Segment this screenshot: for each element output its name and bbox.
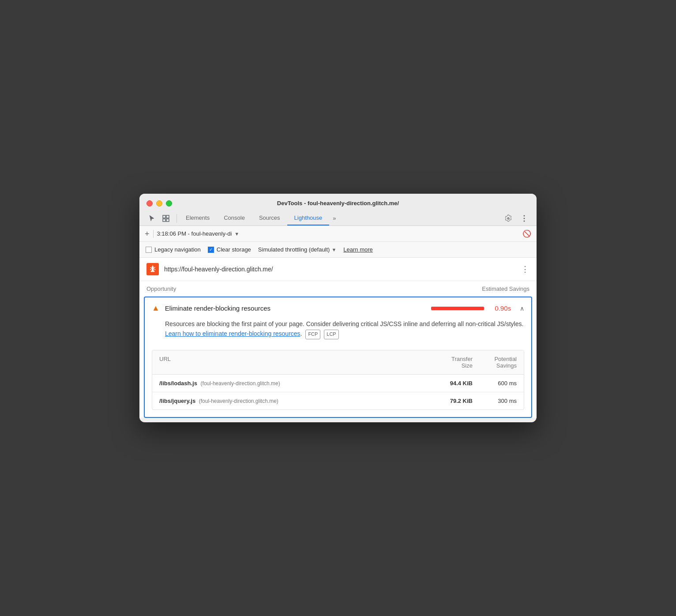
traffic-lights	[146, 200, 172, 207]
legacy-navigation-label: Legacy navigation	[154, 246, 201, 253]
learn-more-link[interactable]: Learn more	[343, 246, 372, 253]
collapse-button[interactable]: ∧	[520, 305, 524, 312]
fcp-tag: FCP	[305, 330, 320, 339]
lighthouse-icon	[146, 263, 159, 275]
url-bar: 3:18:06 PM - foul-heavenly-di ▼	[157, 230, 519, 237]
minimize-button[interactable]	[156, 200, 162, 207]
col-url-header: URL	[159, 356, 428, 369]
audit-description: Resources are blocking the first paint o…	[145, 319, 531, 346]
audit-item: ▲ Eliminate render-blocking resources 0.…	[144, 297, 532, 418]
estimated-savings-label: Estimated Savings	[482, 285, 530, 292]
row1-url-domain: (foul-heavenly-direction.glitch.me)	[201, 380, 280, 387]
maximize-button[interactable]	[166, 200, 172, 207]
table-row: /libs/lodash.js (foul-heavenly-direction…	[152, 375, 524, 392]
row2-url: /libs/jquery.js (foul-heavenly-direction…	[159, 398, 428, 404]
lcp-tag: LCP	[324, 330, 338, 339]
row1-savings: 600 ms	[473, 380, 517, 387]
tab-more-button[interactable]: »	[329, 211, 339, 225]
description-text-1: Resources are blocking the first paint o…	[165, 320, 523, 327]
tab-separator	[177, 214, 177, 223]
savings-value: 0.90s	[495, 304, 511, 312]
audit-learn-more-link[interactable]: Learn how to eliminate render-blocking r…	[165, 330, 300, 337]
lh-more-button[interactable]: ⋮	[521, 264, 530, 274]
tab-bar: Elements Console Sources Lighthouse »	[146, 211, 530, 225]
row2-transfer: 79.2 KiB	[428, 398, 473, 404]
svg-point-6	[524, 220, 525, 222]
tab-console[interactable]: Console	[217, 211, 252, 225]
window-title: DevTools - foul-heavenly-direction.glitc…	[277, 200, 399, 207]
tab-elements[interactable]: Elements	[179, 211, 217, 225]
options-row: Legacy navigation ✓ Clear storage Simula…	[139, 242, 537, 258]
svg-point-5	[524, 218, 525, 219]
col-transfer-header: Transfer Size	[428, 356, 473, 369]
row1-transfer: 94.4 KiB	[428, 380, 473, 387]
table-header: URL Transfer Size Potential Savings	[152, 350, 524, 375]
throttling-label: Simulated throttling (default)	[258, 246, 330, 253]
devtools-icons	[146, 213, 171, 224]
row2-savings: 300 ms	[473, 398, 517, 404]
row1-url-main: /libs/lodash.js	[159, 380, 197, 387]
add-session-button[interactable]: +	[145, 230, 150, 238]
row2-url-main: /libs/jquery.js	[159, 398, 195, 404]
description-period: .	[300, 330, 302, 337]
session-dropdown[interactable]: ▼	[234, 231, 239, 237]
svg-rect-3	[166, 219, 169, 222]
table-row: /libs/jquery.js (foul-heavenly-direction…	[152, 392, 524, 409]
opportunity-label: Opportunity	[146, 285, 176, 292]
clear-storage-checkbox[interactable]: ✓	[208, 247, 214, 253]
legacy-navigation-checkbox[interactable]	[146, 247, 152, 253]
legacy-navigation-option[interactable]: Legacy navigation	[146, 246, 201, 253]
toolbar-row: + 3:18:06 PM - foul-heavenly-di ▼ 🚫	[139, 226, 537, 242]
svg-point-4	[524, 215, 525, 216]
devtools-window: DevTools - foul-heavenly-direction.glitc…	[139, 194, 537, 422]
toolbar-separator	[153, 230, 154, 238]
row2-url-domain: (foul-heavenly-direction.glitch.me)	[199, 398, 278, 404]
throttling-select[interactable]: Simulated throttling (default) ▼	[258, 246, 336, 253]
tab-right-icons	[503, 213, 530, 224]
content-area: + 3:18:06 PM - foul-heavenly-di ▼ 🚫 Lega…	[139, 226, 537, 418]
close-button[interactable]	[146, 200, 153, 207]
inspect-icon[interactable]	[161, 213, 171, 224]
row1-url: /libs/lodash.js (foul-heavenly-direction…	[159, 380, 428, 387]
throttling-arrow: ▼	[331, 247, 336, 252]
block-icon: 🚫	[522, 229, 531, 238]
more-options-icon[interactable]	[519, 213, 530, 224]
clear-storage-option[interactable]: ✓ Clear storage	[208, 246, 251, 253]
audit-title: Eliminate render-blocking resources	[165, 304, 426, 312]
session-url-text: 3:18:06 PM - foul-heavenly-di	[157, 230, 232, 237]
svg-rect-0	[163, 215, 165, 218]
warning-icon: ▲	[152, 304, 160, 313]
titlebar: DevTools - foul-heavenly-direction.glitc…	[139, 194, 537, 226]
savings-bar	[431, 307, 484, 310]
tab-sources[interactable]: Sources	[252, 211, 287, 225]
svg-rect-1	[166, 215, 169, 218]
svg-rect-2	[163, 219, 165, 222]
lighthouse-panel: https://foul-heavenly-direction.glitch.m…	[139, 258, 537, 418]
col-savings-header: Potential Savings	[473, 356, 517, 369]
lh-url-bar: https://foul-heavenly-direction.glitch.m…	[139, 258, 537, 281]
clear-storage-label: Clear storage	[217, 246, 251, 253]
lh-url: https://foul-heavenly-direction.glitch.m…	[164, 266, 516, 273]
cursor-icon[interactable]	[146, 213, 157, 224]
opportunity-header: Opportunity Estimated Savings	[139, 281, 537, 297]
resources-table: URL Transfer Size Potential Savings /lib…	[152, 350, 524, 410]
settings-icon[interactable]	[503, 213, 514, 224]
audit-item-header[interactable]: ▲ Eliminate render-blocking resources 0.…	[145, 297, 531, 319]
tab-lighthouse[interactable]: Lighthouse	[287, 211, 330, 225]
